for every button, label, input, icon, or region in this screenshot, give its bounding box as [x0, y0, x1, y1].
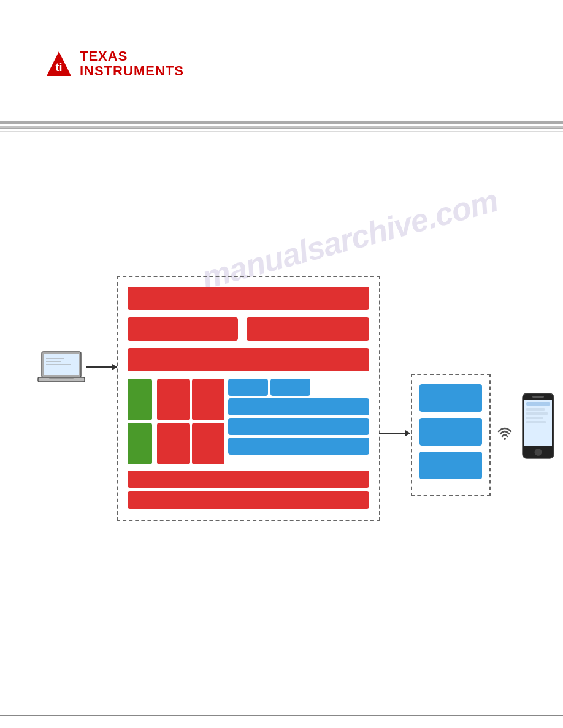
blue-row-3 — [228, 418, 369, 435]
diagram-area — [37, 276, 540, 539]
svg-point-9 — [504, 438, 506, 440]
red-block-row3 — [128, 348, 369, 371]
svg-rect-12 — [526, 402, 550, 406]
svg-rect-18 — [532, 396, 544, 398]
arrow-right — [379, 433, 410, 434]
right-blue-block-3 — [419, 452, 482, 479]
svg-point-17 — [535, 449, 542, 456]
green-column — [128, 379, 152, 464]
red-block-row2a — [128, 317, 238, 341]
grid-area — [128, 379, 369, 464]
company-name-line1: Texas — [80, 49, 184, 64]
blue-block-2 — [228, 398, 369, 415]
header-line-2 — [0, 126, 563, 129]
red-grid-cell-4 — [192, 423, 224, 464]
ti-logo-icon: ti — [44, 49, 74, 78]
laptop-icon — [37, 349, 86, 386]
right-blue-block-2 — [419, 418, 482, 446]
arrow-laptop — [86, 366, 117, 368]
red-block-row2b — [247, 317, 369, 341]
blue-block-4 — [228, 438, 369, 455]
red-grid — [157, 379, 224, 464]
svg-rect-13 — [526, 408, 545, 411]
footer-line — [0, 715, 563, 716]
svg-text:ti: ti — [56, 61, 63, 74]
red-grid-cell-1 — [157, 379, 190, 420]
blue-block-1a — [228, 379, 268, 396]
wifi-icon — [496, 423, 514, 446]
blue-blocks-right — [228, 379, 369, 464]
ti-logo: ti Texas Instruments — [44, 49, 184, 78]
red-block-row1 — [128, 287, 369, 310]
svg-rect-14 — [526, 412, 548, 415]
phone-icon — [521, 392, 555, 460]
ti-logo-text: Texas Instruments — [80, 49, 184, 78]
red-grid-cell-2 — [192, 379, 224, 420]
header-line-1 — [0, 121, 563, 124]
svg-rect-8 — [49, 378, 74, 379]
company-name-line2: Instruments — [80, 64, 184, 78]
svg-rect-15 — [526, 417, 543, 419]
red-grid-cell-3 — [157, 423, 190, 464]
header: ti Texas Instruments — [0, 0, 563, 129]
main-system-box — [117, 276, 380, 521]
green-block-top — [128, 379, 152, 420]
blue-row-1 — [228, 379, 369, 396]
blue-block-1b — [270, 379, 310, 396]
svg-rect-16 — [526, 421, 546, 423]
right-box — [411, 374, 491, 496]
header-line-3 — [0, 131, 563, 132]
green-block-bottom — [128, 423, 152, 464]
red-block-row4 — [128, 471, 369, 488]
red-block-row5 — [128, 491, 369, 509]
blue-row-4 — [228, 438, 369, 455]
right-blue-block-1 — [419, 384, 482, 412]
blue-row-2 — [228, 398, 369, 415]
header-decorative-lines — [0, 121, 563, 134]
main-content: manualsarchive.com — [0, 141, 563, 692]
blue-block-3 — [228, 418, 369, 435]
